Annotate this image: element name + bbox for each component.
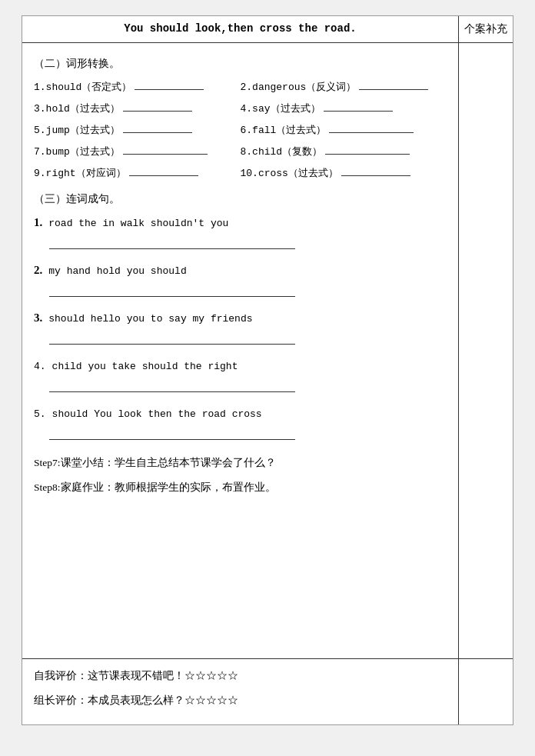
answer-line-2 — [49, 285, 295, 297]
word-transform-section: （二）词形转换。 1.should（否定式） 2.dangerous（反义词） — [34, 57, 447, 180]
transform-label-4b: 8.child（复数） — [241, 145, 323, 158]
sentence-number-3: 3. — [34, 311, 42, 324]
bottom-supplement-area — [459, 659, 513, 724]
fill-line-2b — [324, 111, 393, 112]
header-row: You should look,then cross the road. 个案补… — [22, 16, 513, 43]
answer-line-5 — [49, 428, 295, 440]
transform-row-4: 7.bump（过去式） 8.child（复数） — [34, 145, 447, 158]
sentence-words-2: my hand hold you should — [48, 265, 186, 277]
sentence-title: （三）连词成句。 — [34, 192, 447, 206]
sentence-item-5: 5. should You look then the road cross — [34, 406, 447, 440]
step8-text: Step8:家庭作业：教师根据学生的实际，布置作业。 — [34, 478, 447, 497]
header-supplement-label: 个案补充 — [459, 16, 513, 42]
fill-line-4a — [123, 154, 208, 155]
main-content: （二）词形转换。 1.should（否定式） 2.dangerous（反义词） — [22, 43, 513, 658]
transform-item-3a: 5.jump（过去式） — [34, 123, 233, 137]
transform-item-4b: 8.child（复数） — [241, 145, 440, 158]
sentence-item-2: 2. my hand hold you should — [34, 263, 447, 297]
sentence-number-2: 2. — [34, 264, 42, 276]
sentence-words-5: should You look then the road cross — [52, 408, 262, 420]
transform-item-2a: 3.hold（过去式） — [34, 102, 233, 115]
self-evaluation: 自我评价：这节课表现不错吧！☆☆☆☆☆ — [34, 667, 447, 685]
transform-item-4a: 7.bump（过去式） — [34, 145, 233, 158]
transform-label-4a: 7.bump（过去式） — [34, 145, 120, 158]
transform-label-2b: 4.say（过去式） — [241, 102, 321, 115]
sentence-words-3: should hello you to say my friends — [48, 313, 252, 325]
fill-line-1b — [359, 89, 428, 90]
fill-line-5a — [129, 175, 198, 176]
sentence-number-4: 4. — [34, 361, 46, 372]
fill-line-4b — [325, 154, 410, 155]
fill-line-1a — [135, 89, 204, 90]
answer-line-4 — [49, 380, 295, 392]
fill-line-3a — [123, 132, 192, 133]
bottom-section: 自我评价：这节课表现不错吧！☆☆☆☆☆ 组长评价：本成员表现怎么样？☆☆☆☆☆ — [22, 658, 513, 724]
answer-line-3 — [49, 332, 295, 345]
sentence-words-1: road the in walk shouldn't you — [48, 218, 228, 229]
supplement-area — [459, 43, 513, 658]
transform-item-3b: 6.fall（过去式） — [241, 123, 440, 137]
fill-line-5b — [341, 175, 410, 176]
transform-label-2a: 3.hold（过去式） — [34, 102, 120, 115]
transform-item-1b: 2.dangerous（反义词） — [241, 80, 440, 94]
sentence-number-1: 1. — [34, 216, 42, 228]
fill-line-3b — [329, 132, 414, 133]
answer-line-1 — [49, 237, 295, 249]
transform-label-3b: 6.fall（过去式） — [241, 123, 327, 137]
group-evaluation: 组长评价：本成员表现怎么样？☆☆☆☆☆ — [34, 691, 447, 710]
transform-label-5b: 10.cross（过去式） — [241, 166, 338, 180]
sentence-item-1: 1. road the in walk shouldn't you — [34, 215, 447, 249]
sentence-section: （三）连词成句。 1. road the in walk shouldn't y… — [34, 192, 447, 440]
transform-item-1a: 1.should（否定式） — [34, 80, 233, 94]
step-section: Step7:课堂小结：学生自主总结本节课学会了什么？ Step8:家庭作业：教师… — [34, 454, 447, 498]
content-area: （二）词形转换。 1.should（否定式） 2.dangerous（反义词） — [22, 43, 459, 658]
step7-text: Step7:课堂小结：学生自主总结本节课学会了什么？ — [34, 454, 447, 472]
transform-item-5a: 9.right（对应词） — [34, 166, 233, 180]
transform-item-5b: 10.cross（过去式） — [241, 166, 440, 180]
evaluation-content: 自我评价：这节课表现不错吧！☆☆☆☆☆ 组长评价：本成员表现怎么样？☆☆☆☆☆ — [22, 659, 459, 724]
transform-row-5: 9.right（对应词） 10.cross（过去式） — [34, 166, 447, 180]
sentence-number-5: 5. — [34, 408, 46, 420]
sentence-item-3: 3. should hello you to say my friends — [34, 311, 447, 345]
transform-row-1: 1.should（否定式） 2.dangerous（反义词） — [34, 80, 447, 94]
sentence-item-4: 4. child you take should the right — [34, 358, 447, 392]
transform-row-2: 3.hold（过去式） 4.say（过去式） — [34, 102, 447, 115]
fill-line-2a — [123, 111, 192, 112]
worksheet-page: You should look,then cross the road. 个案补… — [22, 15, 513, 725]
header-title: You should look,then cross the road. — [22, 16, 459, 42]
transform-label-1a: 1.should（否定式） — [34, 80, 131, 94]
transform-label-1b: 2.dangerous（反义词） — [241, 80, 357, 94]
transform-row-3: 5.jump（过去式） 6.fall（过去式） — [34, 123, 447, 137]
word-transform-title: （二）词形转换。 — [34, 57, 447, 71]
transform-item-2b: 4.say（过去式） — [241, 102, 440, 115]
transform-label-5a: 9.right（对应词） — [34, 166, 126, 180]
transform-label-3a: 5.jump（过去式） — [34, 123, 120, 137]
sentence-words-4: child you take should the right — [52, 361, 238, 372]
